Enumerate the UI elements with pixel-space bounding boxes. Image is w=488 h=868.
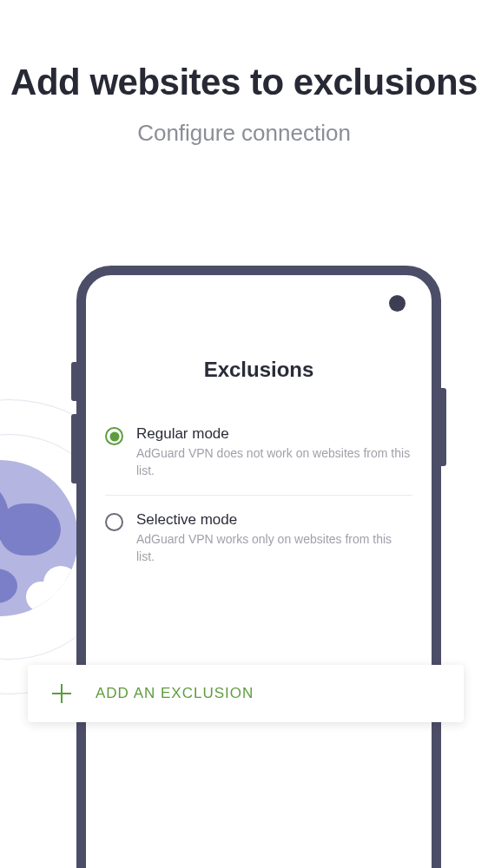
radio-unselected-icon bbox=[105, 513, 123, 531]
mode-text-container: Selective mode AdGuard VPN works only on… bbox=[136, 511, 412, 565]
phone-screen: Exclusions Regular mode AdGuard VPN does… bbox=[86, 275, 432, 581]
phone-button-decoration bbox=[71, 414, 76, 483]
mode-label: Selective mode bbox=[136, 511, 412, 529]
promo-subtitle: Configure connection bbox=[0, 120, 488, 147]
mode-text-container: Regular mode AdGuard VPN does not work o… bbox=[136, 425, 412, 479]
phone-button-decoration bbox=[441, 388, 446, 466]
add-exclusion-button[interactable]: ADD AN EXCLUSION bbox=[28, 665, 464, 722]
screen-title: Exclusions bbox=[105, 358, 412, 382]
add-button-label: ADD AN EXCLUSION bbox=[96, 685, 254, 702]
phone-camera-dot bbox=[389, 295, 406, 312]
mode-option-regular[interactable]: Regular mode AdGuard VPN does not work o… bbox=[105, 410, 412, 496]
promo-header: Add websites to exclusions Configure con… bbox=[0, 0, 488, 147]
phone-mockup: Exclusions Regular mode AdGuard VPN does… bbox=[76, 266, 441, 868]
mode-option-selective[interactable]: Selective mode AdGuard VPN works only on… bbox=[105, 496, 412, 581]
mode-description: AdGuard VPN works only on websites from … bbox=[136, 531, 412, 565]
promo-title: Add websites to exclusions bbox=[0, 61, 488, 104]
mode-label: Regular mode bbox=[136, 425, 412, 443]
mode-description: AdGuard VPN does not work on websites fr… bbox=[136, 445, 412, 479]
plus-icon bbox=[52, 684, 71, 703]
radio-selected-icon bbox=[105, 427, 123, 445]
phone-button-decoration bbox=[71, 362, 76, 401]
